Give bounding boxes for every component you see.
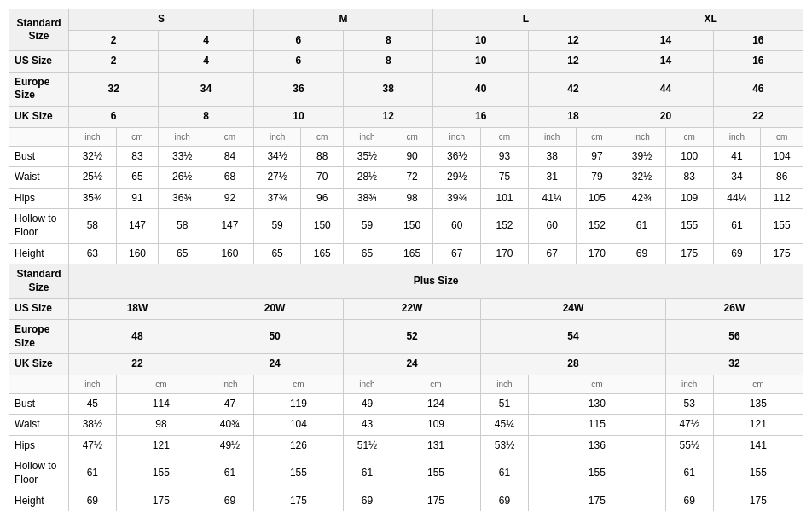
height-l12-inch: 67 bbox=[528, 243, 576, 264]
plus-us-18w: 18W bbox=[69, 299, 206, 320]
plus-hollow-22w-cm: 155 bbox=[391, 456, 480, 491]
plus-eu-56: 56 bbox=[665, 319, 803, 353]
height-m8-cm: 165 bbox=[391, 243, 433, 264]
waist-s4-inch: 26½ bbox=[159, 167, 206, 189]
waist-l12-cm: 79 bbox=[576, 167, 618, 189]
height-m6-cm: 165 bbox=[301, 243, 344, 264]
hollow-s4-inch: 58 bbox=[159, 209, 206, 243]
plus-uk-24a: 24 bbox=[206, 354, 344, 375]
s-header: S bbox=[69, 9, 254, 31]
plus-height-24w-inch: 69 bbox=[481, 491, 529, 511]
unit-inch-5: inch bbox=[433, 127, 481, 146]
height-xl14-inch: 69 bbox=[618, 243, 666, 264]
waist-label: Waist bbox=[9, 167, 69, 189]
hollow-row-plus: Hollow to Floor 61 155 61 155 61 155 61 … bbox=[9, 456, 803, 491]
us-xl-14: 14 bbox=[618, 30, 713, 51]
bust-l12-inch: 38 bbox=[528, 146, 576, 167]
plus-hips-18w-cm: 121 bbox=[116, 435, 206, 456]
us-val-8: 8 bbox=[344, 51, 433, 73]
plus-height-24w-cm: 175 bbox=[528, 491, 665, 511]
hips-s2-cm: 91 bbox=[116, 188, 159, 209]
bust-label: Bust bbox=[9, 146, 69, 167]
plus-bust-20w-cm: 119 bbox=[253, 393, 343, 415]
plus-inch-3: inch bbox=[344, 375, 392, 393]
unit-cm-5: cm bbox=[481, 127, 529, 146]
plus-hollow-26w-inch: 61 bbox=[665, 456, 713, 491]
waist-s2-cm: 65 bbox=[116, 167, 159, 189]
bust-row-plus: Bust 45 114 47 119 49 124 51 130 53 135 bbox=[9, 393, 803, 415]
plus-hips-22w-inch: 51½ bbox=[344, 435, 392, 456]
uk-10: 10 bbox=[253, 106, 343, 127]
us-xl-16: 16 bbox=[713, 30, 803, 51]
bust-m6-inch: 34½ bbox=[253, 146, 301, 167]
us-size-label-row: US Size 2 4 6 8 10 12 14 16 bbox=[9, 51, 803, 73]
height-l12-cm: 170 bbox=[576, 243, 618, 264]
plus-hips-24w-inch: 53½ bbox=[481, 435, 529, 456]
hips-s4-cm: 92 bbox=[206, 188, 254, 209]
bust-l10-inch: 36½ bbox=[433, 146, 481, 167]
standard-size-label: Standard Size bbox=[9, 9, 69, 51]
eu-32: 32 bbox=[69, 72, 159, 106]
us-l-10: 10 bbox=[433, 30, 528, 51]
bust-s2-cm: 83 bbox=[116, 146, 159, 167]
height-row-standard: Height 63 160 65 160 65 165 65 165 67 17… bbox=[9, 243, 803, 264]
plus-eu-size-row: Europe Size 48 50 52 54 56 bbox=[9, 319, 803, 353]
plus-hollow-24w-cm: 155 bbox=[528, 456, 665, 491]
m-header: M bbox=[253, 9, 433, 31]
xl-header: XL bbox=[618, 9, 803, 31]
plus-uk-22: 22 bbox=[69, 354, 206, 375]
waist-s4-cm: 68 bbox=[206, 167, 254, 189]
plus-us-26w: 26W bbox=[665, 299, 803, 320]
hips-xl14-cm: 109 bbox=[665, 188, 713, 209]
plus-hollow-24w-inch: 61 bbox=[481, 456, 529, 491]
hollow-l12-cm: 152 bbox=[576, 209, 618, 243]
plus-us-size-row: US Size 18W 20W 22W 24W 26W bbox=[9, 299, 803, 320]
plus-inch-4: inch bbox=[481, 375, 529, 393]
hips-xl14-inch: 42¾ bbox=[618, 188, 666, 209]
plus-cm-4: cm bbox=[528, 375, 665, 393]
hollow-s2-inch: 58 bbox=[69, 209, 117, 243]
plus-height-22w-inch: 69 bbox=[344, 491, 392, 511]
plus-height-18w-cm: 175 bbox=[116, 491, 206, 511]
us-val-10: 10 bbox=[433, 51, 528, 73]
height-s2-inch: 63 bbox=[69, 243, 117, 264]
hips-xl16-cm: 112 bbox=[761, 188, 803, 209]
plus-uk-label: UK Size bbox=[9, 354, 69, 375]
plus-height-20w-cm: 175 bbox=[253, 491, 343, 511]
us-size-label: US Size bbox=[9, 51, 69, 73]
plus-unit-empty bbox=[9, 375, 69, 393]
plus-waist-18w-inch: 38½ bbox=[69, 415, 117, 436]
hips-s4-inch: 36¾ bbox=[159, 188, 206, 209]
hollow-s4-cm: 147 bbox=[206, 209, 254, 243]
plus-waist-label: Waist bbox=[9, 415, 69, 436]
bust-row-standard: Bust 32½ 83 33½ 84 34½ 88 35½ 90 36½ 93 … bbox=[9, 146, 803, 167]
eu-44: 44 bbox=[618, 72, 713, 106]
plus-waist-20w-cm: 104 bbox=[253, 415, 343, 436]
us-val-2: 2 bbox=[69, 51, 159, 73]
plus-us-24w: 24W bbox=[481, 299, 666, 320]
plus-height-18w-inch: 69 bbox=[69, 491, 117, 511]
us-l-12: 12 bbox=[528, 30, 618, 51]
waist-m8-inch: 28½ bbox=[344, 167, 392, 189]
us-m-8: 8 bbox=[344, 30, 433, 51]
plus-waist-26w-cm: 121 bbox=[713, 415, 803, 436]
plus-bust-24w-inch: 51 bbox=[481, 393, 529, 415]
size-chart: Standard Size S M L XL 2 4 6 8 10 12 14 … bbox=[9, 9, 803, 511]
height-l10-cm: 170 bbox=[481, 243, 529, 264]
plus-cm-1: cm bbox=[116, 375, 206, 393]
hips-l10-cm: 101 bbox=[481, 188, 529, 209]
us-val-12: 12 bbox=[528, 51, 618, 73]
bust-l12-cm: 97 bbox=[576, 146, 618, 167]
hollow-m6-cm: 150 bbox=[301, 209, 344, 243]
hips-label: Hips bbox=[9, 188, 69, 209]
uk-6: 6 bbox=[69, 106, 159, 127]
plus-hips-22w-cm: 131 bbox=[391, 435, 480, 456]
plus-height-20w-inch: 69 bbox=[206, 491, 254, 511]
plus-hips-26w-inch: 55½ bbox=[665, 435, 713, 456]
hips-m8-inch: 38¾ bbox=[344, 188, 392, 209]
waist-l10-cm: 75 bbox=[481, 167, 529, 189]
unit-cm-7: cm bbox=[665, 127, 713, 146]
bust-xl14-cm: 100 bbox=[665, 146, 713, 167]
plus-waist-22w-inch: 43 bbox=[344, 415, 392, 436]
standard-size-label2: Standard Size bbox=[9, 264, 69, 299]
